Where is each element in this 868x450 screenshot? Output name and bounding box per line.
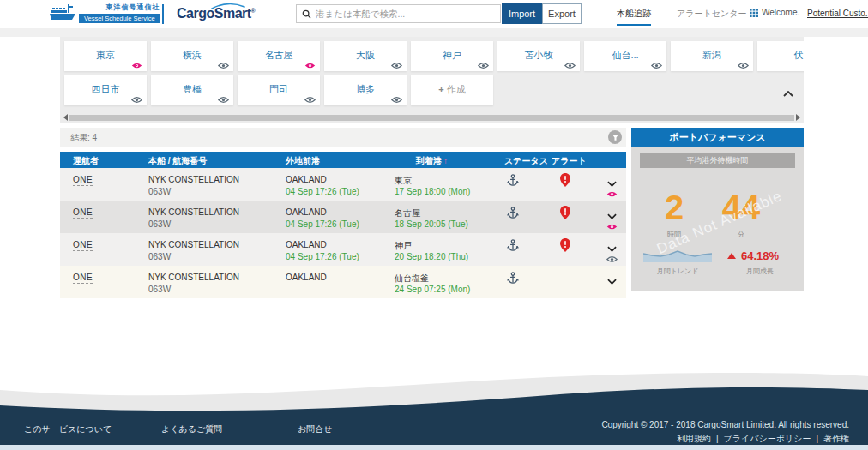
port-tab-toyohashi[interactable]: 豊橋 <box>151 75 233 105</box>
eye-icon[interactable] <box>391 96 402 104</box>
export-button[interactable]: Export <box>542 3 582 24</box>
alert-pin-icon[interactable] <box>560 173 570 190</box>
legal-privacy[interactable]: プライバシーポリシー <box>724 434 811 443</box>
table-row[interactable]: ONE NYK CONSTELLATION 063W OAKLAND 04 Se… <box>60 201 626 233</box>
nav-alert-center[interactable]: アラートセンター <box>677 8 746 20</box>
import-button[interactable]: Import <box>502 3 542 24</box>
vessel-schedule-logo[interactable]: 東洋信号通信社 Vessel Schedule Service <box>50 3 160 23</box>
col-alert[interactable]: アラート <box>552 155 587 167</box>
vessel-name: NYK CONSTELLATION <box>148 240 239 249</box>
row-eye-icon[interactable] <box>606 186 618 201</box>
nav-vessel-tracking[interactable]: 本船追跡 <box>617 8 651 26</box>
filter-button[interactable] <box>608 130 622 144</box>
voyage-number: 063W <box>148 219 171 229</box>
to-port: 仙台塩釜 <box>395 273 429 285</box>
search-box <box>296 4 501 23</box>
from-time: 04 Sep 17:26 (Tue) <box>286 252 359 261</box>
col-vessel[interactable]: 本船 / 航海番号 <box>148 155 207 167</box>
anchor-status-icon <box>507 239 519 255</box>
col-carrier[interactable]: 運航者 <box>73 155 99 167</box>
port-tab-sendai[interactable]: 仙台... <box>584 41 666 71</box>
anchor-status-icon <box>507 174 519 190</box>
growth-label: 月間成長 <box>732 267 787 276</box>
carrier-link[interactable]: ONE <box>73 175 93 186</box>
ship-icon <box>50 3 75 23</box>
eye-icon[interactable] <box>564 62 576 69</box>
scrollbar-track[interactable] <box>69 115 794 121</box>
col-status[interactable]: ステータス <box>504 155 548 167</box>
port-tab-label: 四日市 <box>64 83 147 96</box>
col-from-port[interactable]: 外地前港 <box>286 155 320 167</box>
alert-pin-icon[interactable] <box>560 238 570 255</box>
eye-icon[interactable] <box>131 96 142 104</box>
table-row[interactable]: ONE NYK CONSTELLATION 063W OAKLAND 04 Se… <box>60 233 626 266</box>
trend-sparkline <box>643 247 712 262</box>
to-time: 17 Sep 18:00 (Mon) <box>395 187 470 196</box>
carrier-link[interactable]: ONE <box>73 207 93 219</box>
collapse-panel-button[interactable] <box>783 85 793 100</box>
minutes-label: 分 <box>714 230 769 239</box>
carrier-link[interactable]: ONE <box>73 240 93 251</box>
footer-link-faq[interactable]: よくあるご質問 <box>161 423 222 435</box>
search-input[interactable] <box>316 9 495 19</box>
port-tab-kobe[interactable]: 神戸 <box>411 41 493 71</box>
voyage-number: 063W <box>148 285 171 294</box>
port-tab-moji[interactable]: 門司 <box>238 75 320 105</box>
eye-icon[interactable] <box>218 96 229 104</box>
row-eye-icon[interactable] <box>606 251 618 267</box>
alert-pin-icon[interactable] <box>560 206 570 223</box>
footer-link-about[interactable]: このサービスについて <box>24 423 112 435</box>
expand-row-button[interactable] <box>607 273 617 288</box>
table-row[interactable]: ONE NYK CONSTELLATION 063W OAKLAND 仙台塩釜 … <box>60 266 626 298</box>
eye-icon[interactable] <box>478 62 489 69</box>
eye-icon[interactable] <box>131 62 142 69</box>
eye-icon[interactable] <box>218 62 229 69</box>
to-time: 20 Sep 18:20 (Thu) <box>395 252 468 261</box>
port-tab-tokyo[interactable]: 東京 <box>64 41 147 71</box>
port-tab-osaka[interactable]: 大阪 <box>324 41 407 71</box>
port-tab-yokohama[interactable]: 横浜 <box>151 41 233 71</box>
plus-icon: + <box>438 84 443 94</box>
col-to-port[interactable]: 到着港↑ <box>416 155 448 167</box>
port-tab-tomakomai[interactable]: 苫小牧 <box>497 41 580 71</box>
footer-link-contact[interactable]: お問合せ <box>298 423 332 435</box>
port-tab-hakata[interactable]: 博多 <box>324 75 407 105</box>
scroll-right-arrow[interactable] <box>796 114 800 121</box>
table-row[interactable]: ONE NYK CONSTELLATION 063W OAKLAND 04 Se… <box>60 168 626 201</box>
panel-title: ポートパフォーマンス <box>631 128 804 147</box>
port-tab-label: 東京 <box>64 49 147 62</box>
eye-icon[interactable] <box>651 62 662 69</box>
account-link[interactable]: Potential Custo... <box>807 9 868 18</box>
port-tab-niigata[interactable]: 新潟 <box>671 41 753 71</box>
search-icon <box>302 9 311 19</box>
vessel-name: NYK CONSTELLATION <box>148 175 239 184</box>
from-port: OAKLAND <box>286 240 327 249</box>
trend-label: 月間トレンド <box>643 267 712 276</box>
port-tab-fushiki[interactable]: 伏 <box>757 41 804 71</box>
eye-icon[interactable] <box>738 62 749 69</box>
separator: | <box>816 434 818 443</box>
logo-text: 東洋信号通信社 Vessel Schedule Service <box>79 3 160 23</box>
create-tab-label: +作成 <box>411 83 493 96</box>
bottom-strip <box>0 445 868 450</box>
port-tab-label: 新潟 <box>671 49 753 62</box>
eye-icon[interactable] <box>304 62 316 69</box>
port-tab-nagoya[interactable]: 名古屋 <box>238 41 320 71</box>
top-header: 東洋信号通信社 Vessel Schedule Service CargoSma… <box>0 0 868 28</box>
port-tabs-panel: 東京 横浜 名古屋 大阪 神戸 苫小牧 仙台... 新潟 <box>60 37 804 123</box>
welcome-menu[interactable]: Welcome. <box>750 8 799 17</box>
to-time: 24 Sep 07:25 (Mon) <box>395 285 470 294</box>
carrier-link[interactable]: ONE <box>73 273 93 284</box>
row-eye-icon[interactable] <box>606 219 618 234</box>
create-tab-button[interactable]: +作成 <box>411 75 493 105</box>
scroll-left-arrow[interactable] <box>63 114 68 121</box>
legal-copyright[interactable]: 著作権 <box>823 434 849 443</box>
from-time: 04 Sep 17:26 (Tue) <box>286 219 359 229</box>
hours-label: 時間 <box>647 230 702 239</box>
to-time: 18 Sep 20:05 (Tue) <box>395 219 468 229</box>
port-tab-yokkaichi[interactable]: 四日市 <box>64 75 147 105</box>
eye-icon[interactable] <box>304 96 316 104</box>
legal-terms[interactable]: 利用規約 <box>677 434 711 443</box>
eye-icon[interactable] <box>391 62 402 69</box>
horizontal-scrollbar[interactable] <box>63 114 800 121</box>
